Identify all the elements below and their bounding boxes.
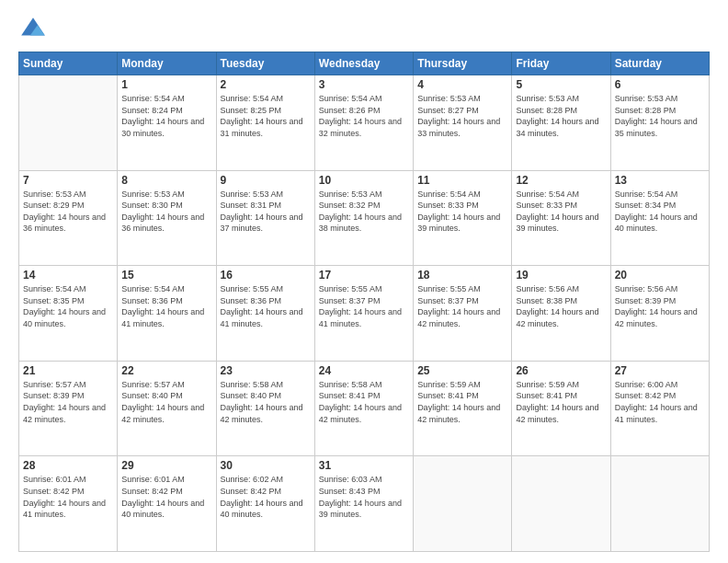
day-info: Sunrise: 5:54 AMSunset: 8:24 PMDaylight:… bbox=[121, 93, 211, 139]
column-header-tuesday: Tuesday bbox=[216, 52, 314, 75]
calendar-cell bbox=[19, 75, 118, 171]
day-number: 3 bbox=[319, 78, 409, 91]
column-header-sunday: Sunday bbox=[19, 52, 118, 75]
day-number: 28 bbox=[23, 459, 113, 472]
day-info: Sunrise: 5:53 AMSunset: 8:27 PMDaylight:… bbox=[417, 93, 507, 139]
day-info: Sunrise: 5:53 AMSunset: 8:32 PMDaylight:… bbox=[319, 189, 409, 235]
calendar-cell: 5Sunrise: 5:53 AMSunset: 8:28 PMDaylight… bbox=[512, 75, 610, 171]
calendar-cell: 7Sunrise: 5:53 AMSunset: 8:29 PMDaylight… bbox=[19, 170, 118, 266]
calendar-cell bbox=[414, 456, 512, 552]
calendar-cell: 18Sunrise: 5:55 AMSunset: 8:37 PMDayligh… bbox=[414, 266, 512, 362]
day-info: Sunrise: 5:54 AMSunset: 8:36 PMDaylight:… bbox=[121, 283, 211, 329]
day-info: Sunrise: 5:54 AMSunset: 8:33 PMDaylight:… bbox=[417, 189, 507, 235]
day-number: 16 bbox=[221, 269, 311, 282]
calendar-cell: 2Sunrise: 5:54 AMSunset: 8:25 PMDaylight… bbox=[216, 75, 314, 171]
logo-icon bbox=[18, 15, 48, 44]
calendar-cell: 1Sunrise: 5:54 AMSunset: 8:24 PMDaylight… bbox=[118, 75, 216, 171]
day-number: 9 bbox=[221, 174, 311, 187]
calendar-cell: 12Sunrise: 5:54 AMSunset: 8:33 PMDayligh… bbox=[512, 170, 610, 266]
calendar-cell: 11Sunrise: 5:54 AMSunset: 8:33 PMDayligh… bbox=[414, 170, 512, 266]
day-info: Sunrise: 6:00 AMSunset: 8:42 PMDaylight:… bbox=[615, 379, 705, 425]
calendar-header-row: SundayMondayTuesdayWednesdayThursdayFrid… bbox=[19, 52, 710, 75]
column-header-monday: Monday bbox=[118, 52, 216, 75]
day-info: Sunrise: 6:03 AMSunset: 8:43 PMDaylight:… bbox=[319, 474, 409, 520]
page: SundayMondayTuesdayWednesdayThursdayFrid… bbox=[0, 0, 728, 563]
day-number: 7 bbox=[23, 174, 113, 187]
calendar-table: SundayMondayTuesdayWednesdayThursdayFrid… bbox=[18, 52, 710, 552]
day-number: 2 bbox=[221, 78, 311, 91]
day-info: Sunrise: 5:53 AMSunset: 8:31 PMDaylight:… bbox=[221, 189, 311, 235]
day-number: 11 bbox=[417, 174, 507, 187]
day-info: Sunrise: 5:53 AMSunset: 8:28 PMDaylight:… bbox=[516, 93, 606, 139]
day-info: Sunrise: 5:57 AMSunset: 8:39 PMDaylight:… bbox=[23, 379, 113, 425]
day-info: Sunrise: 6:01 AMSunset: 8:42 PMDaylight:… bbox=[121, 474, 211, 520]
column-header-saturday: Saturday bbox=[610, 52, 709, 75]
calendar-week-row: 21Sunrise: 5:57 AMSunset: 8:39 PMDayligh… bbox=[19, 361, 710, 456]
day-info: Sunrise: 5:53 AMSunset: 8:30 PMDaylight:… bbox=[121, 189, 211, 235]
calendar-cell: 31Sunrise: 6:03 AMSunset: 8:43 PMDayligh… bbox=[314, 456, 413, 552]
calendar-week-row: 7Sunrise: 5:53 AMSunset: 8:29 PMDaylight… bbox=[19, 170, 710, 266]
day-info: Sunrise: 6:02 AMSunset: 8:42 PMDaylight:… bbox=[221, 474, 311, 520]
calendar-cell: 25Sunrise: 5:59 AMSunset: 8:41 PMDayligh… bbox=[414, 361, 512, 456]
calendar-cell: 4Sunrise: 5:53 AMSunset: 8:27 PMDaylight… bbox=[414, 75, 512, 171]
day-number: 25 bbox=[417, 364, 507, 377]
day-number: 6 bbox=[615, 78, 705, 91]
calendar-cell: 8Sunrise: 5:53 AMSunset: 8:30 PMDaylight… bbox=[118, 170, 216, 266]
day-number: 18 bbox=[417, 269, 507, 282]
day-number: 4 bbox=[417, 78, 507, 91]
day-number: 29 bbox=[121, 459, 211, 472]
calendar-cell: 14Sunrise: 5:54 AMSunset: 8:35 PMDayligh… bbox=[19, 266, 118, 362]
day-info: Sunrise: 5:59 AMSunset: 8:41 PMDaylight:… bbox=[417, 379, 507, 425]
calendar-cell: 13Sunrise: 5:54 AMSunset: 8:34 PMDayligh… bbox=[610, 170, 709, 266]
logo bbox=[18, 15, 51, 44]
day-info: Sunrise: 5:54 AMSunset: 8:34 PMDaylight:… bbox=[615, 189, 705, 235]
calendar-cell: 30Sunrise: 6:02 AMSunset: 8:42 PMDayligh… bbox=[216, 456, 314, 552]
day-info: Sunrise: 5:54 AMSunset: 8:33 PMDaylight:… bbox=[516, 189, 606, 235]
calendar-cell: 28Sunrise: 6:01 AMSunset: 8:42 PMDayligh… bbox=[19, 456, 118, 552]
day-info: Sunrise: 6:01 AMSunset: 8:42 PMDaylight:… bbox=[23, 474, 113, 520]
calendar-cell: 21Sunrise: 5:57 AMSunset: 8:39 PMDayligh… bbox=[19, 361, 118, 456]
calendar-week-row: 28Sunrise: 6:01 AMSunset: 8:42 PMDayligh… bbox=[19, 456, 710, 552]
day-info: Sunrise: 5:54 AMSunset: 8:35 PMDaylight:… bbox=[23, 283, 113, 329]
day-number: 20 bbox=[615, 269, 705, 282]
day-info: Sunrise: 5:58 AMSunset: 8:41 PMDaylight:… bbox=[319, 379, 409, 425]
day-number: 12 bbox=[516, 174, 606, 187]
calendar-cell bbox=[610, 456, 709, 552]
calendar-cell: 26Sunrise: 5:59 AMSunset: 8:41 PMDayligh… bbox=[512, 361, 610, 456]
calendar-week-row: 14Sunrise: 5:54 AMSunset: 8:35 PMDayligh… bbox=[19, 266, 710, 362]
day-number: 8 bbox=[121, 174, 211, 187]
calendar-cell: 29Sunrise: 6:01 AMSunset: 8:42 PMDayligh… bbox=[118, 456, 216, 552]
day-number: 13 bbox=[615, 174, 705, 187]
day-number: 17 bbox=[319, 269, 409, 282]
day-number: 30 bbox=[221, 459, 311, 472]
day-number: 21 bbox=[23, 364, 113, 377]
day-number: 5 bbox=[516, 78, 606, 91]
calendar-cell: 6Sunrise: 5:53 AMSunset: 8:28 PMDaylight… bbox=[610, 75, 709, 171]
day-info: Sunrise: 5:53 AMSunset: 8:29 PMDaylight:… bbox=[23, 189, 113, 235]
header bbox=[18, 15, 710, 44]
day-number: 15 bbox=[121, 269, 211, 282]
calendar-cell: 9Sunrise: 5:53 AMSunset: 8:31 PMDaylight… bbox=[216, 170, 314, 266]
day-info: Sunrise: 5:57 AMSunset: 8:40 PMDaylight:… bbox=[121, 379, 211, 425]
calendar-cell: 24Sunrise: 5:58 AMSunset: 8:41 PMDayligh… bbox=[314, 361, 413, 456]
calendar-cell bbox=[512, 456, 610, 552]
calendar-cell: 22Sunrise: 5:57 AMSunset: 8:40 PMDayligh… bbox=[118, 361, 216, 456]
day-number: 19 bbox=[516, 269, 606, 282]
day-info: Sunrise: 5:54 AMSunset: 8:25 PMDaylight:… bbox=[221, 93, 311, 139]
column-header-friday: Friday bbox=[512, 52, 610, 75]
calendar-cell: 20Sunrise: 5:56 AMSunset: 8:39 PMDayligh… bbox=[610, 266, 709, 362]
calendar-cell: 27Sunrise: 6:00 AMSunset: 8:42 PMDayligh… bbox=[610, 361, 709, 456]
day-info: Sunrise: 5:55 AMSunset: 8:36 PMDaylight:… bbox=[221, 283, 311, 329]
day-info: Sunrise: 5:56 AMSunset: 8:39 PMDaylight:… bbox=[615, 283, 705, 329]
day-info: Sunrise: 5:59 AMSunset: 8:41 PMDaylight:… bbox=[516, 379, 606, 425]
day-info: Sunrise: 5:55 AMSunset: 8:37 PMDaylight:… bbox=[417, 283, 507, 329]
day-number: 24 bbox=[319, 364, 409, 377]
calendar-cell: 15Sunrise: 5:54 AMSunset: 8:36 PMDayligh… bbox=[118, 266, 216, 362]
calendar-cell: 17Sunrise: 5:55 AMSunset: 8:37 PMDayligh… bbox=[314, 266, 413, 362]
day-number: 27 bbox=[615, 364, 705, 377]
calendar-cell: 3Sunrise: 5:54 AMSunset: 8:26 PMDaylight… bbox=[314, 75, 413, 171]
day-info: Sunrise: 5:53 AMSunset: 8:28 PMDaylight:… bbox=[615, 93, 705, 139]
day-number: 23 bbox=[221, 364, 311, 377]
calendar-cell: 19Sunrise: 5:56 AMSunset: 8:38 PMDayligh… bbox=[512, 266, 610, 362]
day-number: 31 bbox=[319, 459, 409, 472]
